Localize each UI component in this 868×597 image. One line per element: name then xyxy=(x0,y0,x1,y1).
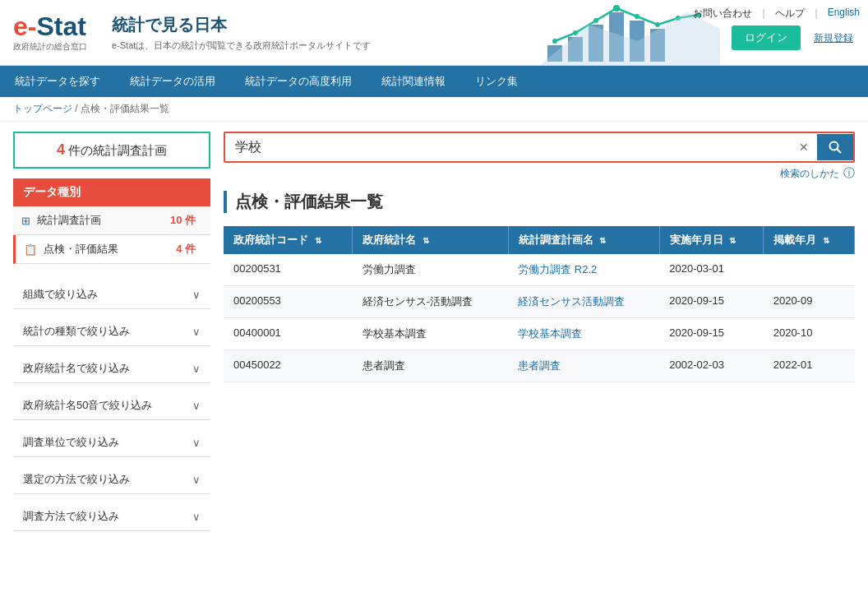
logo-text: e-Stat xyxy=(13,13,86,39)
filter-expand-survey-method[interactable]: 調査方法で絞り込み ∨ xyxy=(13,502,210,531)
filter-count-survey: 10 件 xyxy=(170,213,196,228)
filter-expand-gov-label: 政府統計名で絞り込み xyxy=(23,361,192,376)
search-box-wrapper: ✕ 検索のしかた ⓘ xyxy=(224,132,855,181)
header-center: 統計で見る日本 e-Statは、日本の統計が閲覧できる政府統計ポータルサイトです xyxy=(112,14,371,52)
cell-gov-name-1: 経済センサス-活動調査 xyxy=(353,286,508,318)
cell-published-2: 2020-10 xyxy=(764,318,855,350)
cell-gov-name-3: 患者調査 xyxy=(353,350,508,382)
sort-icon-gov: ⇅ xyxy=(422,236,429,245)
cell-code-3: 00450022 xyxy=(224,350,353,382)
table-row: 00450022 患者調査 患者調査 2002-02-03 2022-01 xyxy=(224,350,855,382)
register-button[interactable]: 新規登録 xyxy=(807,25,860,50)
table-row: 00200553 経済センサス-活動調査 経済センサス活動調査 2020-09-… xyxy=(224,286,855,318)
table-row: 00400001 学校基本調査 学校基本調査 2020-09-15 2020-1… xyxy=(224,318,855,350)
filter-expand-gov[interactable]: 政府統計名で絞り込み ∨ xyxy=(13,354,210,383)
cell-survey-plan-3: 患者調査 xyxy=(508,350,659,382)
main-layout: 4 件の統計調査計画 データ種別 ⊞ 統計調査計画 10 件 📋 点検・評価結果… xyxy=(0,122,868,541)
page-title: 点検・評価結果一覧 xyxy=(224,191,855,213)
table-row: 00200531 労働力調査 労働力調査 R2.2 2020-03-01 xyxy=(224,254,855,286)
search-row: ✕ xyxy=(224,132,855,163)
nav-item-related[interactable]: 統計関連情報 xyxy=(367,66,460,97)
svg-point-10 xyxy=(635,14,639,19)
chevron-down-icon-6: ∨ xyxy=(192,511,201,523)
search-clear-button[interactable]: ✕ xyxy=(791,136,817,159)
search-input[interactable] xyxy=(225,133,791,161)
content-area: ✕ 検索のしかた ⓘ 点検・評価結果一覧 政府統計コード xyxy=(224,132,855,531)
cell-date-1: 2020-09-15 xyxy=(659,286,763,318)
header-nav-right: お問い合わせ ｜ ヘルプ ｜ English ログイン 新規登録 xyxy=(693,7,860,50)
cell-published-3: 2022-01 xyxy=(764,350,855,382)
table-icon: ⊞ xyxy=(21,215,30,227)
filter-label-survey: 統計調査計画 xyxy=(37,213,170,228)
cell-date-3: 2002-02-03 xyxy=(659,350,763,382)
logo-subtitle: 政府統計の総合窓口 xyxy=(13,41,87,53)
sep1: ｜ xyxy=(759,7,769,21)
filter-label-eval: 点検・評価結果 xyxy=(44,242,176,257)
filter-expand-unit[interactable]: 調査単位で絞り込み ∨ xyxy=(13,428,210,457)
filter-expand-survey-method-label: 調査方法で絞り込み xyxy=(23,509,192,524)
search-help-link[interactable]: 検索のしかた xyxy=(780,168,839,179)
filter-expand-type-label: 統計の種類で絞り込み xyxy=(23,324,192,339)
site-title: 統計で見る日本 xyxy=(112,14,371,36)
sidebar-count-box: 4 件の統計調査計画 xyxy=(13,132,210,169)
sort-icon-plan: ⇅ xyxy=(599,236,606,245)
chevron-down-icon-4: ∨ xyxy=(192,437,201,449)
logo-stat: Stat xyxy=(36,12,85,41)
login-button[interactable]: ログイン xyxy=(732,25,801,50)
survey-plan-link-3[interactable]: 患者調査 xyxy=(518,359,561,372)
sort-icon-published: ⇅ xyxy=(823,236,829,245)
search-button[interactable] xyxy=(817,134,853,160)
cell-code-2: 00400001 xyxy=(224,318,353,350)
help-link[interactable]: ヘルプ xyxy=(775,7,805,21)
cell-survey-plan-2: 学校基本調査 xyxy=(508,318,659,350)
cell-date-0: 2020-03-01 xyxy=(659,254,763,286)
survey-plan-link-2[interactable]: 学校基本調査 xyxy=(518,327,582,340)
col-header-date[interactable]: 実施年月日 ⇅ xyxy=(659,226,763,254)
cell-gov-name-0: 労働力調査 xyxy=(353,254,508,286)
filter-expand-org[interactable]: 組織で絞り込み ∨ xyxy=(13,280,210,309)
filter-item-evaluation[interactable]: 📋 点検・評価結果 4 件 xyxy=(13,235,210,264)
nav-item-links[interactable]: リンク集 xyxy=(460,66,533,97)
sep2: ｜ xyxy=(811,7,821,21)
results-table: 政府統計コード ⇅ 政府統計名 ⇅ 統計調査計画名 ⇅ 実施年月日 ⇅ xyxy=(224,226,855,382)
survey-plan-link-1[interactable]: 経済センサス活動調査 xyxy=(518,295,625,308)
cell-survey-plan-1: 経済センサス活動調査 xyxy=(508,286,659,318)
survey-plan-link-0[interactable]: 労働力調査 R2.2 xyxy=(518,263,597,275)
header-links: お問い合わせ ｜ ヘルプ ｜ English xyxy=(693,7,860,21)
sidebar-count: 4 xyxy=(57,141,65,158)
nav-bar: 統計データを探す 統計データの活用 統計データの高度利用 統計関連情報 リンク集 xyxy=(0,66,868,97)
col-header-survey-plan[interactable]: 統計調査計画名 ⇅ xyxy=(508,226,659,254)
chevron-down-icon-5: ∨ xyxy=(192,474,201,486)
chevron-down-icon-0: ∨ xyxy=(192,289,201,301)
filter-item-survey-plan[interactable]: ⊞ 統計調査計画 10 件 xyxy=(13,206,210,235)
nav-item-search[interactable]: 統計データを探す xyxy=(0,66,115,97)
cell-published-1: 2020-09 xyxy=(764,286,855,318)
site-desc: e-Statは、日本の統計が閲覧できる政府統計ポータルサイトです xyxy=(112,39,371,52)
doc-icon: 📋 xyxy=(24,243,37,256)
col-header-gov-name[interactable]: 政府統計名 ⇅ xyxy=(353,226,508,254)
filter-count-eval: 4 件 xyxy=(176,242,196,257)
contact-link[interactable]: お問い合わせ xyxy=(693,7,752,21)
sort-icon-date: ⇅ xyxy=(729,236,736,245)
filter-expand-unit-label: 調査単位で絞り込み xyxy=(23,435,192,450)
search-help: 検索のしかた ⓘ xyxy=(224,166,855,181)
logo-e: e xyxy=(13,12,28,41)
sidebar-count-label: 件の統計調査計画 xyxy=(68,143,167,157)
svg-point-15 xyxy=(830,142,838,150)
nav-item-use[interactable]: 統計データの活用 xyxy=(115,66,230,97)
filter-expand-type[interactable]: 統計の種類で絞り込み ∨ xyxy=(13,317,210,346)
english-link[interactable]: English xyxy=(828,7,860,21)
nav-item-advanced[interactable]: 統計データの高度利用 xyxy=(230,66,367,97)
cell-survey-plan-0: 労働力調査 R2.2 xyxy=(508,254,659,286)
breadcrumb-home[interactable]: トップページ xyxy=(13,103,72,114)
filter-expand-gov50[interactable]: 政府統計名50音で絞り込み ∨ xyxy=(13,391,210,420)
svg-point-11 xyxy=(655,22,660,27)
col-header-code[interactable]: 政府統計コード ⇅ xyxy=(224,226,353,254)
filter-expand-method[interactable]: 選定の方法で絞り込み ∨ xyxy=(13,465,210,494)
breadcrumb-separator: / xyxy=(75,103,81,114)
sort-icon-code: ⇅ xyxy=(315,236,321,245)
col-header-published[interactable]: 掲載年月 ⇅ xyxy=(764,226,855,254)
chevron-down-icon-2: ∨ xyxy=(192,363,201,375)
filter-expand-gov50-label: 政府統計名50音で絞り込み xyxy=(23,398,192,413)
svg-point-8 xyxy=(593,18,598,23)
